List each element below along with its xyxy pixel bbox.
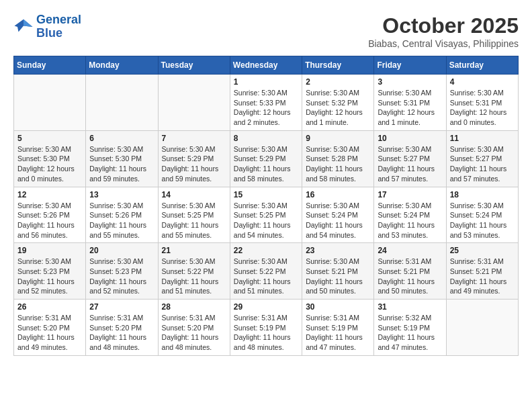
day-number: 27 xyxy=(89,302,154,312)
calendar-cell: 2Sunrise: 5:30 AM Sunset: 5:32 PM Daylig… xyxy=(302,75,374,131)
column-header-thursday: Thursday xyxy=(302,56,374,75)
column-header-saturday: Saturday xyxy=(446,56,518,75)
calendar-cell xyxy=(158,75,230,131)
logo: General Blue xyxy=(13,13,81,40)
day-number: 10 xyxy=(378,134,442,143)
day-number: 13 xyxy=(89,190,154,199)
day-info: Sunrise: 5:31 AM Sunset: 5:20 PM Dayligh… xyxy=(17,313,82,353)
day-number: 15 xyxy=(234,190,298,199)
column-header-friday: Friday xyxy=(374,56,446,75)
calendar-cell: 4Sunrise: 5:30 AM Sunset: 5:31 PM Daylig… xyxy=(446,75,518,131)
day-number: 23 xyxy=(306,246,370,255)
day-number: 29 xyxy=(234,302,298,312)
calendar-cell: 6Sunrise: 5:30 AM Sunset: 5:30 PM Daylig… xyxy=(86,130,158,187)
calendar-cell: 5Sunrise: 5:30 AM Sunset: 5:30 PM Daylig… xyxy=(14,130,86,187)
calendar-cell: 30Sunrise: 5:31 AM Sunset: 5:19 PM Dayli… xyxy=(302,300,374,356)
day-number: 5 xyxy=(17,134,82,143)
calendar-cell: 31Sunrise: 5:32 AM Sunset: 5:19 PM Dayli… xyxy=(374,300,446,356)
day-number: 20 xyxy=(89,246,154,255)
title-area: October 2025 Biabas, Central Visayas, Ph… xyxy=(368,13,519,49)
day-number: 18 xyxy=(450,190,515,199)
day-info: Sunrise: 5:31 AM Sunset: 5:19 PM Dayligh… xyxy=(234,313,298,353)
calendar-cell: 7Sunrise: 5:30 AM Sunset: 5:29 PM Daylig… xyxy=(158,130,230,187)
column-header-sunday: Sunday xyxy=(14,56,86,75)
day-number: 7 xyxy=(162,134,226,143)
calendar-header: SundayMondayTuesdayWednesdayThursdayFrid… xyxy=(14,56,519,75)
calendar-cell: 17Sunrise: 5:30 AM Sunset: 5:24 PM Dayli… xyxy=(374,187,446,243)
page-header: General Blue October 2025 Biabas, Centra… xyxy=(13,13,519,49)
day-info: Sunrise: 5:30 AM Sunset: 5:33 PM Dayligh… xyxy=(234,88,298,128)
calendar-cell: 26Sunrise: 5:31 AM Sunset: 5:20 PM Dayli… xyxy=(14,300,86,356)
day-number: 14 xyxy=(162,190,226,199)
logo-bird-icon xyxy=(13,17,34,37)
calendar-cell: 9Sunrise: 5:30 AM Sunset: 5:28 PM Daylig… xyxy=(302,130,374,187)
column-header-tuesday: Tuesday xyxy=(158,56,230,75)
location: Biabas, Central Visayas, Philippines xyxy=(368,38,519,49)
calendar-body: 1Sunrise: 5:30 AM Sunset: 5:33 PM Daylig… xyxy=(14,75,519,356)
calendar-cell: 16Sunrise: 5:30 AM Sunset: 5:24 PM Dayli… xyxy=(302,187,374,243)
day-info: Sunrise: 5:32 AM Sunset: 5:19 PM Dayligh… xyxy=(378,313,442,353)
day-info: Sunrise: 5:30 AM Sunset: 5:31 PM Dayligh… xyxy=(378,88,442,128)
day-number: 21 xyxy=(162,246,226,255)
day-info: Sunrise: 5:31 AM Sunset: 5:21 PM Dayligh… xyxy=(378,257,442,296)
day-info: Sunrise: 5:30 AM Sunset: 5:27 PM Dayligh… xyxy=(450,144,515,184)
day-number: 22 xyxy=(234,246,298,255)
day-info: Sunrise: 5:30 AM Sunset: 5:26 PM Dayligh… xyxy=(17,201,82,240)
day-number: 6 xyxy=(89,134,154,143)
day-number: 26 xyxy=(17,302,82,312)
calendar-cell: 23Sunrise: 5:30 AM Sunset: 5:21 PM Dayli… xyxy=(302,243,374,300)
day-number: 4 xyxy=(450,77,515,87)
column-header-wednesday: Wednesday xyxy=(230,56,302,75)
month-title: October 2025 xyxy=(368,13,519,38)
day-info: Sunrise: 5:30 AM Sunset: 5:28 PM Dayligh… xyxy=(306,144,370,184)
calendar-cell: 8Sunrise: 5:30 AM Sunset: 5:29 PM Daylig… xyxy=(230,130,302,187)
day-info: Sunrise: 5:31 AM Sunset: 5:20 PM Dayligh… xyxy=(162,313,226,353)
day-info: Sunrise: 5:30 AM Sunset: 5:29 PM Dayligh… xyxy=(162,144,226,184)
day-info: Sunrise: 5:31 AM Sunset: 5:20 PM Dayligh… xyxy=(89,313,154,353)
day-number: 17 xyxy=(378,190,442,199)
calendar-cell: 18Sunrise: 5:30 AM Sunset: 5:24 PM Dayli… xyxy=(446,187,518,243)
day-number: 8 xyxy=(234,134,298,143)
day-number: 31 xyxy=(378,302,442,312)
week-row-3: 12Sunrise: 5:30 AM Sunset: 5:26 PM Dayli… xyxy=(14,187,519,243)
day-info: Sunrise: 5:30 AM Sunset: 5:24 PM Dayligh… xyxy=(378,201,442,240)
day-number: 9 xyxy=(306,134,370,143)
logo-text: General Blue xyxy=(36,13,81,40)
calendar-cell xyxy=(14,75,86,131)
day-info: Sunrise: 5:31 AM Sunset: 5:19 PM Dayligh… xyxy=(306,313,370,353)
calendar-cell: 27Sunrise: 5:31 AM Sunset: 5:20 PM Dayli… xyxy=(86,300,158,356)
day-number: 30 xyxy=(306,302,370,312)
day-info: Sunrise: 5:30 AM Sunset: 5:26 PM Dayligh… xyxy=(89,201,154,240)
week-row-5: 26Sunrise: 5:31 AM Sunset: 5:20 PM Dayli… xyxy=(14,300,519,356)
day-info: Sunrise: 5:30 AM Sunset: 5:31 PM Dayligh… xyxy=(450,88,515,128)
day-info: Sunrise: 5:30 AM Sunset: 5:30 PM Dayligh… xyxy=(17,144,82,184)
day-number: 19 xyxy=(17,246,82,255)
day-info: Sunrise: 5:30 AM Sunset: 5:32 PM Dayligh… xyxy=(306,88,370,128)
calendar-cell: 12Sunrise: 5:30 AM Sunset: 5:26 PM Dayli… xyxy=(14,187,86,243)
calendar-cell: 13Sunrise: 5:30 AM Sunset: 5:26 PM Dayli… xyxy=(86,187,158,243)
day-number: 1 xyxy=(234,77,298,87)
calendar-cell: 21Sunrise: 5:30 AM Sunset: 5:22 PM Dayli… xyxy=(158,243,230,300)
day-info: Sunrise: 5:30 AM Sunset: 5:23 PM Dayligh… xyxy=(89,257,154,296)
calendar-cell: 28Sunrise: 5:31 AM Sunset: 5:20 PM Dayli… xyxy=(158,300,230,356)
day-info: Sunrise: 5:30 AM Sunset: 5:24 PM Dayligh… xyxy=(306,201,370,240)
day-info: Sunrise: 5:30 AM Sunset: 5:23 PM Dayligh… xyxy=(17,257,82,296)
calendar-cell xyxy=(446,300,518,356)
calendar-cell: 10Sunrise: 5:30 AM Sunset: 5:27 PM Dayli… xyxy=(374,130,446,187)
day-number: 3 xyxy=(378,77,442,87)
calendar-cell: 1Sunrise: 5:30 AM Sunset: 5:33 PM Daylig… xyxy=(230,75,302,131)
day-number: 11 xyxy=(450,134,515,143)
day-number: 16 xyxy=(306,190,370,199)
day-info: Sunrise: 5:30 AM Sunset: 5:25 PM Dayligh… xyxy=(162,201,226,240)
svg-marker-1 xyxy=(24,19,33,27)
day-number: 2 xyxy=(306,77,370,87)
day-info: Sunrise: 5:30 AM Sunset: 5:25 PM Dayligh… xyxy=(234,201,298,240)
day-number: 28 xyxy=(162,302,226,312)
day-info: Sunrise: 5:30 AM Sunset: 5:21 PM Dayligh… xyxy=(306,257,370,296)
day-info: Sunrise: 5:30 AM Sunset: 5:22 PM Dayligh… xyxy=(162,257,226,296)
calendar-cell: 14Sunrise: 5:30 AM Sunset: 5:25 PM Dayli… xyxy=(158,187,230,243)
day-info: Sunrise: 5:30 AM Sunset: 5:30 PM Dayligh… xyxy=(89,144,154,184)
day-number: 24 xyxy=(378,246,442,255)
calendar-cell xyxy=(86,75,158,131)
calendar-cell: 3Sunrise: 5:30 AM Sunset: 5:31 PM Daylig… xyxy=(374,75,446,131)
